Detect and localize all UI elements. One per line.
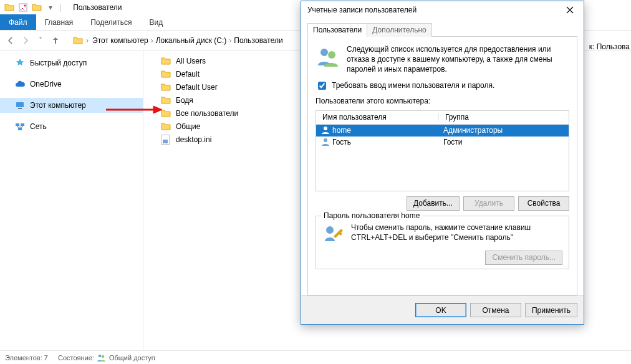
- sidebar-item-label: Сеть: [30, 122, 47, 131]
- folder-icon: [161, 122, 171, 132]
- users-icon: [316, 44, 340, 69]
- up-button[interactable]: [49, 34, 62, 47]
- file-name: Default User: [176, 83, 218, 92]
- qat-folder-icon: [4, 2, 14, 12]
- window-title: Пользователи: [73, 3, 122, 12]
- qat-newfolder-icon[interactable]: [32, 2, 42, 12]
- file-name: Общие: [176, 122, 200, 131]
- user-icon: [321, 126, 330, 135]
- sidebar-item-network[interactable]: Сеть: [0, 119, 143, 134]
- key-icon: [322, 223, 345, 247]
- cancel-button[interactable]: Отмена: [470, 303, 521, 317]
- sidebar-item-label: Этот компьютер: [30, 101, 86, 110]
- search-fragment: к: Пользова: [589, 42, 630, 51]
- file-name: Default: [176, 70, 200, 79]
- file-name: desktop.ini: [176, 135, 211, 144]
- svg-rect-2: [16, 102, 24, 107]
- dialog-title: Учетные записи пользователей: [307, 6, 417, 14]
- dialog-titlebar: Учетные записи пользователей: [301, 1, 584, 19]
- ribbon-tab-view[interactable]: Вид: [140, 14, 171, 30]
- qat-dropdown-icon[interactable]: ▾: [46, 2, 55, 12]
- close-button[interactable]: [556, 1, 584, 19]
- user-icon: [321, 138, 330, 146]
- file-name: Все пользователи: [176, 109, 238, 118]
- tab-users[interactable]: Пользователи: [307, 23, 367, 37]
- cell-group: Администраторы: [443, 126, 503, 135]
- change-password-button: Сменить пароль...: [485, 251, 562, 265]
- network-icon: [15, 122, 25, 132]
- password-text: Чтобы сменить пароль, нажмите сочетание …: [351, 223, 562, 247]
- bc-seg-pc[interactable]: Этот компьютер: [90, 36, 151, 45]
- apply-button[interactable]: Применить: [525, 303, 577, 317]
- bc-sep: ›: [86, 36, 89, 45]
- folder-icon: [161, 56, 171, 66]
- require-credentials-checkbox[interactable]: Требовать ввод имени пользователя и паро…: [316, 80, 569, 92]
- status-count: Элементов: 7: [5, 354, 48, 362]
- bc-seg-drive[interactable]: Локальный диск (C:): [153, 36, 229, 45]
- status-share: Общий доступ: [109, 354, 155, 362]
- password-legend: Пароль пользователя home: [321, 211, 422, 220]
- cell-group: Гости: [443, 138, 463, 146]
- shared-icon: [97, 353, 107, 362]
- svg-point-15: [326, 226, 334, 234]
- cell-username: home: [332, 126, 351, 135]
- svg-point-14: [324, 138, 327, 142]
- add-button[interactable]: Добавить...: [407, 196, 460, 211]
- file-name: All Users: [176, 57, 206, 65]
- qat-props-icon[interactable]: [18, 2, 28, 12]
- ribbon-tab-share[interactable]: Поделиться: [82, 14, 140, 30]
- folder-icon: [161, 108, 171, 118]
- ok-button[interactable]: OK: [415, 303, 466, 317]
- tab-advanced[interactable]: Дополнительно: [367, 23, 431, 37]
- sidebar-item-onedrive[interactable]: OneDrive: [0, 77, 143, 92]
- sidebar-item-quick[interactable]: Быстрый доступ: [0, 55, 143, 70]
- ribbon-tab-home[interactable]: Главная: [36, 14, 82, 30]
- svg-point-1: [24, 4, 26, 6]
- file-name: Бодя: [176, 96, 193, 105]
- ribbon-tab-file[interactable]: Файл: [0, 14, 36, 30]
- svg-rect-3: [18, 108, 22, 109]
- require-credentials-label: Требовать ввод имени пользователя и паро…: [332, 81, 494, 90]
- remove-button: Удалить: [463, 196, 514, 211]
- list-row[interactable]: Гость Гости: [316, 136, 569, 148]
- password-groupbox: Пароль пользователя home Чтобы сменить п…: [316, 216, 569, 269]
- sidebar-item-label: OneDrive: [30, 80, 62, 89]
- properties-button[interactable]: Свойства: [518, 196, 569, 211]
- svg-point-13: [324, 127, 327, 130]
- require-credentials-input[interactable]: [318, 82, 326, 90]
- dialog-footer: OK Отмена Применить: [301, 295, 584, 324]
- svg-point-8: [102, 355, 105, 358]
- intro-text: Следующий список используется для предос…: [347, 44, 569, 75]
- svg-point-12: [328, 51, 335, 59]
- ini-file-icon: [161, 135, 171, 145]
- folder-icon: [161, 82, 171, 92]
- recent-dropdown[interactable]: ˅: [34, 34, 47, 47]
- svg-rect-4: [16, 123, 19, 126]
- users-listview[interactable]: Имя пользователя Группа home Администрат…: [316, 110, 569, 191]
- svg-rect-0: [19, 4, 27, 11]
- breadcrumb-root-icon[interactable]: [73, 36, 83, 46]
- pc-icon: [15, 100, 25, 110]
- dialog-body: Пользователи Дополнительно Следующий спи…: [301, 19, 584, 295]
- folder-icon: [161, 69, 171, 79]
- back-button[interactable]: [4, 34, 17, 47]
- status-state-label: Состояние:: [58, 354, 94, 362]
- col-group[interactable]: Группа: [438, 113, 569, 122]
- svg-point-7: [99, 354, 102, 357]
- sidebar-item-label: Быстрый доступ: [30, 59, 87, 67]
- tabset: Пользователи Дополнительно: [307, 22, 577, 37]
- bc-seg-users[interactable]: Пользователи: [231, 36, 285, 45]
- star-icon: [15, 58, 25, 68]
- listview-header: Имя пользователя Группа: [316, 111, 569, 125]
- cell-username: Гость: [332, 138, 351, 146]
- svg-point-11: [320, 49, 328, 56]
- list-row[interactable]: home Администраторы: [316, 125, 569, 136]
- forward-button[interactable]: [19, 34, 32, 47]
- col-username[interactable]: Имя пользователя: [316, 113, 438, 122]
- svg-rect-6: [18, 128, 22, 130]
- users-list-label: Пользователи этого компьютера:: [316, 97, 569, 105]
- tab-users-panel: Следующий список используется для предос…: [307, 37, 577, 295]
- statusbar: Элементов: 7 Состояние: Общий доступ: [0, 350, 631, 364]
- sidebar-item-thispc[interactable]: Этот компьютер: [0, 98, 143, 113]
- folder-icon: [161, 95, 171, 105]
